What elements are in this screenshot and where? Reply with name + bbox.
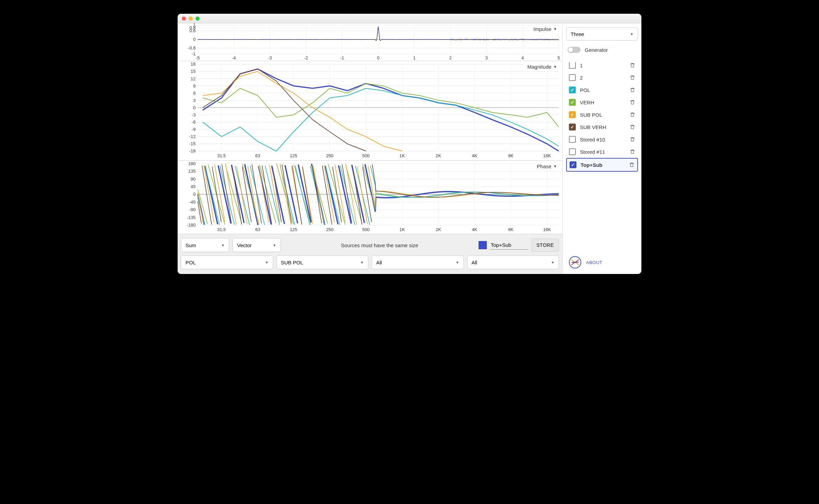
trash-icon[interactable] bbox=[630, 149, 635, 154]
svg-text:125: 125 bbox=[290, 227, 297, 232]
track-label: POL bbox=[580, 87, 626, 93]
app-window: -1-0.600.60.81-5-4-3-2-1012345 Impulse ▼… bbox=[178, 14, 641, 274]
svg-text:-4: -4 bbox=[232, 56, 236, 60]
generator-toggle[interactable] bbox=[568, 47, 581, 53]
phase-type-select[interactable]: Phase ▼ bbox=[535, 163, 559, 170]
trash-icon[interactable] bbox=[630, 137, 635, 142]
source-a-value: POL bbox=[186, 260, 196, 265]
magnitude-type-select[interactable]: Magnitude ▼ bbox=[525, 63, 559, 70]
track-item[interactable]: 1 bbox=[566, 59, 638, 71]
trash-icon[interactable] bbox=[630, 100, 635, 105]
svg-text:125: 125 bbox=[290, 153, 297, 158]
magnitude-type-label: Magnitude bbox=[527, 64, 551, 70]
track-item[interactable]: VERH bbox=[566, 96, 638, 108]
svg-text:63: 63 bbox=[255, 227, 260, 232]
combine-select[interactable]: Vector ▼ bbox=[233, 238, 281, 252]
impulse-type-select[interactable]: Impulse ▼ bbox=[531, 25, 559, 33]
chevron-down-icon: ▼ bbox=[630, 32, 633, 36]
svg-text:2K: 2K bbox=[436, 153, 441, 158]
track-checkbox[interactable] bbox=[569, 111, 576, 118]
svg-text:8K: 8K bbox=[508, 153, 514, 158]
trash-icon[interactable] bbox=[630, 75, 635, 80]
zoom-window-button[interactable] bbox=[195, 16, 200, 21]
track-checkbox[interactable] bbox=[569, 62, 576, 69]
svg-text:500: 500 bbox=[362, 227, 370, 232]
track-label: 2 bbox=[580, 75, 626, 81]
sidebar: Three ▼ Generator 12POLVERHSUB POLSUB VE… bbox=[562, 23, 641, 274]
svg-text:6: 6 bbox=[193, 90, 195, 95]
track-checkbox[interactable] bbox=[569, 136, 576, 143]
svg-text:-12: -12 bbox=[189, 134, 195, 139]
track-checkbox[interactable] bbox=[570, 161, 576, 168]
close-window-button[interactable] bbox=[182, 16, 186, 21]
track-item[interactable]: Top+Sub bbox=[566, 158, 638, 172]
result-name-input[interactable] bbox=[490, 241, 528, 250]
chart-area: -1-0.600.60.81-5-4-3-2-1012345 Impulse ▼… bbox=[178, 23, 562, 234]
svg-text:0: 0 bbox=[193, 105, 195, 110]
trash-icon[interactable] bbox=[630, 112, 635, 117]
bottom-controls: Sum ▼ Vector ▼ Sources must have the sam… bbox=[178, 234, 562, 274]
svg-text:-9: -9 bbox=[192, 127, 195, 132]
svg-text:1K: 1K bbox=[400, 227, 405, 232]
track-checkbox[interactable] bbox=[569, 87, 576, 93]
track-checkbox[interactable] bbox=[569, 74, 576, 81]
minimize-window-button[interactable] bbox=[189, 16, 193, 21]
filter-a-value: All bbox=[376, 260, 382, 265]
source-b-select[interactable]: SUB POL ▼ bbox=[277, 255, 369, 269]
svg-text:8K: 8K bbox=[508, 227, 514, 232]
operation-select[interactable]: Sum ▼ bbox=[181, 238, 229, 252]
track-item[interactable]: 2 bbox=[566, 71, 638, 84]
svg-text:-135: -135 bbox=[187, 215, 196, 220]
track-label: SUB POL bbox=[580, 112, 626, 118]
phase-chart: -180-135-90-450459013518031.563125250500… bbox=[178, 161, 562, 234]
svg-text:3: 3 bbox=[193, 98, 195, 103]
layout-select[interactable]: Three ▼ bbox=[566, 27, 638, 41]
svg-text:-18: -18 bbox=[189, 148, 195, 153]
chevron-down-icon: ▼ bbox=[553, 164, 557, 168]
impulse-type-label: Impulse bbox=[534, 26, 552, 32]
trash-icon[interactable] bbox=[630, 87, 635, 93]
track-label: VERH bbox=[580, 100, 626, 105]
svg-text:0: 0 bbox=[193, 37, 195, 42]
track-checkbox[interactable] bbox=[569, 124, 576, 130]
svg-text:4K: 4K bbox=[472, 227, 478, 232]
hint-text: Sources must have the same size bbox=[284, 242, 475, 248]
track-checkbox[interactable] bbox=[569, 148, 576, 155]
track-checkbox[interactable] bbox=[569, 99, 576, 106]
svg-text:-3: -3 bbox=[268, 56, 272, 60]
svg-text:-1: -1 bbox=[340, 56, 344, 60]
track-item[interactable]: SUB VERH bbox=[566, 121, 638, 133]
svg-text:9: 9 bbox=[193, 83, 195, 88]
trash-icon[interactable] bbox=[630, 62, 635, 68]
about-link[interactable]: ABOUT bbox=[586, 260, 602, 265]
impulse-chart: -1-0.600.60.81-5-4-3-2-1012345 Impulse ▼ bbox=[178, 23, 562, 61]
svg-text:1K: 1K bbox=[400, 153, 405, 158]
trash-icon[interactable] bbox=[630, 124, 635, 130]
chevron-down-icon: ▼ bbox=[456, 261, 459, 264]
chevron-down-icon: ▼ bbox=[360, 261, 364, 264]
trash-icon[interactable] bbox=[629, 162, 635, 168]
svg-text:1: 1 bbox=[193, 23, 195, 27]
svg-text:4: 4 bbox=[521, 56, 524, 60]
magnitude-chart: -18-15-12-9-6-3036912151831.563125250500… bbox=[178, 61, 562, 161]
track-label: Top+Sub bbox=[581, 162, 625, 168]
track-item[interactable]: POL bbox=[566, 84, 638, 96]
svg-text:-3: -3 bbox=[192, 112, 195, 117]
svg-text:31.5: 31.5 bbox=[217, 227, 226, 232]
track-item[interactable]: SUB POL bbox=[566, 108, 638, 121]
track-item[interactable]: Stored #10 bbox=[566, 133, 638, 146]
result-color-swatch[interactable] bbox=[479, 241, 487, 249]
filter-b-select[interactable]: All ▼ bbox=[467, 255, 559, 269]
svg-text:135: 135 bbox=[188, 169, 195, 174]
source-a-select[interactable]: POL ▼ bbox=[181, 255, 273, 269]
chevron-down-icon: ▼ bbox=[221, 243, 225, 247]
filter-a-select[interactable]: All ▼ bbox=[372, 255, 464, 269]
chevron-down-icon: ▼ bbox=[553, 65, 557, 69]
svg-text:63: 63 bbox=[255, 153, 260, 158]
phase-type-label: Phase bbox=[537, 163, 552, 169]
track-item[interactable]: Stored #11 bbox=[566, 146, 638, 158]
operation-select-value: Sum bbox=[186, 242, 196, 248]
store-button[interactable]: STORE bbox=[531, 239, 559, 252]
track-label: SUB VERH bbox=[580, 124, 626, 130]
combine-select-value: Vector bbox=[237, 242, 252, 248]
